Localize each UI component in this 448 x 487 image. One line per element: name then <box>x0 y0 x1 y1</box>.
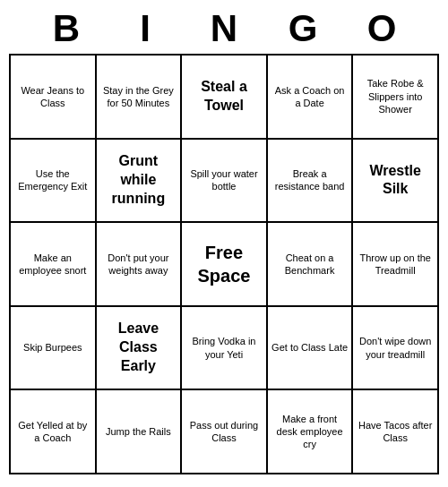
bingo-cell-r2-c4: Throw up on the Treadmill <box>352 222 438 306</box>
bingo-cell-r1-c0: Use the Emergency Exit <box>10 139 96 223</box>
bingo-header: BINGO <box>9 0 439 54</box>
bingo-cell-r3-c2: Bring Vodka in your Yeti <box>181 306 267 390</box>
bingo-cell-r1-c3: Break a resistance band <box>267 139 353 223</box>
bingo-letter-g: G <box>263 7 342 50</box>
bingo-cell-r2-c1: Don't put your weights away <box>96 222 182 306</box>
bingo-letter-n: N <box>185 7 263 50</box>
bingo-letter-o: O <box>342 7 421 50</box>
bingo-cell-r0-c0: Wear Jeans to Class <box>10 55 96 139</box>
bingo-cell-r0-c1: Stay in the Grey for 50 Minutes <box>96 55 182 139</box>
bingo-letter-b: B <box>27 7 106 50</box>
bingo-cell-r2-c2: Free Space <box>181 222 267 306</box>
bingo-grid: Wear Jeans to ClassStay in the Grey for … <box>9 54 439 474</box>
bingo-cell-r4-c3: Make a front desk employee cry <box>267 389 353 474</box>
bingo-cell-r0-c3: Ask a Coach on a Date <box>267 55 353 139</box>
bingo-cell-r1-c4: Wrestle Silk <box>352 139 438 223</box>
bingo-cell-r4-c2: Pass out during Class <box>181 389 267 474</box>
bingo-cell-r3-c4: Don't wipe down your treadmill <box>352 306 438 390</box>
bingo-cell-r2-c0: Make an employee snort <box>10 222 96 306</box>
bingo-cell-r0-c2: Steal a Towel <box>181 55 267 139</box>
bingo-letter-i: I <box>106 7 185 50</box>
bingo-cell-r3-c3: Get to Class Late <box>267 306 353 390</box>
bingo-cell-r2-c3: Cheat on a Benchmark <box>267 222 353 306</box>
bingo-cell-r1-c1: Grunt while running <box>96 139 182 223</box>
bingo-cell-r3-c1: Leave Class Early <box>96 306 182 390</box>
bingo-cell-r4-c4: Have Tacos after Class <box>352 389 438 474</box>
bingo-cell-r0-c4: Take Robe & Slippers into Shower <box>352 55 438 139</box>
bingo-cell-r1-c2: Spill your water bottle <box>181 139 267 223</box>
bingo-cell-r4-c1: Jump the Rails <box>96 389 182 474</box>
bingo-cell-r3-c0: Skip Burpees <box>10 306 96 390</box>
bingo-cell-r4-c0: Get Yelled at by a Coach <box>10 389 96 474</box>
